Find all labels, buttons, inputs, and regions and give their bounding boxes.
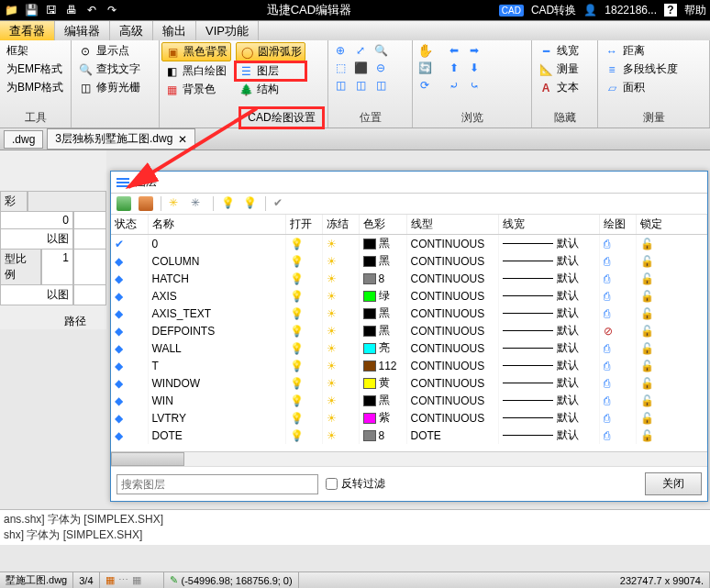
- th-linetype[interactable]: 线型: [406, 215, 498, 235]
- table-row[interactable]: ✔0💡☀黑CONTINUOUS默认⎙🔓: [111, 235, 707, 253]
- horizontal-scrollbar[interactable]: [111, 451, 707, 466]
- apply-icon[interactable]: ✔: [273, 196, 288, 211]
- color-cell[interactable]: 亮: [359, 339, 406, 357]
- th-status[interactable]: 状态: [111, 215, 148, 235]
- color-cell[interactable]: 黑: [359, 235, 406, 253]
- th-lock[interactable]: 锁定: [636, 215, 707, 235]
- tab-vip[interactable]: VIP功能: [196, 21, 259, 40]
- noprint-icon[interactable]: ⊘: [604, 325, 613, 338]
- linetype-cell[interactable]: CONTINUOUS: [406, 374, 498, 392]
- freeze-icon[interactable]: ✳: [169, 196, 183, 211]
- zoom-in-icon[interactable]: ⊕: [332, 42, 349, 59]
- nav-icon-2[interactable]: ◫: [352, 77, 369, 94]
- undo-icon[interactable]: ↶: [84, 3, 99, 17]
- lock-icon[interactable]: 🔓: [640, 290, 654, 303]
- table-row[interactable]: ◆LVTRY💡☀紫CONTINUOUS默认⎙🔓: [111, 409, 707, 427]
- help-label[interactable]: 帮助: [684, 3, 706, 18]
- save-all-icon[interactable]: 🖫: [44, 3, 59, 17]
- thaw-icon[interactable]: ✳: [191, 196, 205, 211]
- lineweight-cell[interactable]: 默认: [498, 305, 599, 322]
- linetype-cell[interactable]: DOTE: [406, 427, 498, 444]
- btn-black-bg[interactable]: ▣黑色背景: [161, 42, 231, 61]
- lineweight-cell[interactable]: 默认: [498, 235, 599, 253]
- linetype-cell[interactable]: CONTINUOUS: [406, 322, 498, 339]
- arrow-left-icon[interactable]: ⬅: [446, 42, 462, 59]
- lineweight-cell[interactable]: 默认: [498, 287, 599, 305]
- btn-show-points[interactable]: ⊙显示点: [75, 42, 155, 60]
- status-icon-2[interactable]: ⋯: [118, 574, 128, 586]
- sun-icon[interactable]: ☀: [327, 255, 337, 268]
- table-row[interactable]: ◆AXIS💡☀绿CONTINUOUS默认⎙🔓: [111, 287, 707, 305]
- panel-value-yitu1[interactable]: 以图: [0, 228, 73, 250]
- nav-icon-1[interactable]: ◫: [332, 77, 349, 94]
- linetype-cell[interactable]: CONTINUOUS: [406, 392, 498, 409]
- lineweight-cell[interactable]: 默认: [498, 409, 599, 427]
- sun-icon[interactable]: ☀: [327, 325, 337, 338]
- table-row[interactable]: ◆WINDOW💡☀黄CONTINUOUS默认⎙🔓: [111, 374, 707, 392]
- redo-icon[interactable]: ↷: [105, 3, 119, 17]
- btn-frame[interactable]: 框架: [4, 42, 67, 60]
- printer-icon[interactable]: ⎙: [604, 238, 610, 250]
- color-cell[interactable]: 黑: [359, 252, 406, 270]
- extents-icon[interactable]: ⬚: [332, 60, 349, 76]
- btn-bmp[interactable]: 为BMP格式: [4, 79, 67, 96]
- sun-icon[interactable]: ☀: [327, 238, 337, 250]
- table-row[interactable]: ◆DOTE💡☀8DOTE默认⎙🔓: [111, 427, 707, 444]
- search-layer-input[interactable]: [116, 474, 318, 494]
- bulb-icon[interactable]: 💡: [290, 238, 304, 250]
- linetype-cell[interactable]: CONTINUOUS: [406, 235, 498, 253]
- color-cell[interactable]: 黄: [359, 374, 406, 392]
- file-tab-1[interactable]: .dwg: [4, 130, 43, 149]
- lineweight-cell[interactable]: 默认: [498, 392, 599, 409]
- lineweight-cell[interactable]: 默认: [498, 322, 599, 339]
- table-row[interactable]: ◆DEFPOINTS💡☀黑CONTINUOUS默认⊘🔓: [111, 322, 707, 339]
- color-cell[interactable]: 黑: [359, 322, 406, 339]
- btn-distance[interactable]: ↔距离: [602, 42, 705, 60]
- sun-icon[interactable]: ☀: [327, 394, 337, 407]
- sun-icon[interactable]: ☀: [327, 342, 337, 355]
- arrow-down-icon[interactable]: ⬇: [466, 60, 483, 76]
- btn-area[interactable]: ▱面积: [602, 79, 705, 96]
- sun-icon[interactable]: ☀: [327, 377, 337, 390]
- color-cell[interactable]: 8: [359, 270, 406, 287]
- sun-icon[interactable]: ☀: [327, 290, 337, 303]
- bulb-icon[interactable]: 💡: [290, 272, 304, 285]
- lineweight-cell[interactable]: 默认: [498, 427, 599, 444]
- user-label[interactable]: 1822186...: [605, 4, 657, 17]
- bulb-icon[interactable]: 💡: [290, 394, 304, 407]
- zoom-reset-icon[interactable]: ⊖: [372, 60, 389, 76]
- bulb-icon[interactable]: 💡: [290, 342, 304, 355]
- bulb-on-icon[interactable]: 💡: [221, 196, 236, 211]
- arrow-right-icon[interactable]: ➡: [466, 42, 483, 59]
- th-freeze[interactable]: 冻结: [322, 215, 359, 235]
- printer-icon[interactable]: ⎙: [604, 360, 610, 372]
- scrollbar-thumb[interactable]: [111, 452, 184, 466]
- linetype-cell[interactable]: CONTINUOUS: [406, 339, 498, 357]
- linetype-cell[interactable]: CONTINUOUS: [406, 270, 498, 287]
- zoom-fit-icon[interactable]: ⤢: [352, 42, 369, 59]
- lineweight-cell[interactable]: 默认: [498, 357, 599, 374]
- linetype-cell[interactable]: CONTINUOUS: [406, 287, 498, 305]
- th-plot[interactable]: 绘图: [599, 215, 636, 235]
- th-open[interactable]: 打开: [285, 215, 322, 235]
- btn-trim-raster[interactable]: ◫修剪光栅: [75, 79, 155, 96]
- printer-icon[interactable]: ⎙: [604, 377, 610, 390]
- lineweight-cell[interactable]: 默认: [498, 252, 599, 270]
- layer-table[interactable]: 状态 名称 打开 冻结 色彩 线型 线宽 绘图 锁定 ✔0💡☀黑CONTINUO…: [111, 215, 707, 451]
- bulb-icon[interactable]: 💡: [290, 360, 304, 372]
- btn-structure[interactable]: 🌲结构: [236, 81, 305, 98]
- lock-icon[interactable]: 🔓: [640, 325, 654, 338]
- lock-icon[interactable]: 🔓: [640, 272, 654, 285]
- cad-convert-link[interactable]: CAD转换: [531, 3, 576, 18]
- btn-layers[interactable]: ☰图层: [236, 62, 305, 80]
- lock-icon[interactable]: 🔓: [640, 394, 654, 407]
- sun-icon[interactable]: ☀: [327, 307, 337, 320]
- invert-filter-checkbox[interactable]: 反转过滤: [326, 476, 385, 492]
- bulb-icon[interactable]: 💡: [290, 325, 304, 338]
- panel-value-yitu2[interactable]: 以图: [0, 284, 73, 305]
- btn-bg-color[interactable]: ▦背景色: [161, 81, 231, 98]
- bulb-icon[interactable]: 💡: [290, 412, 304, 425]
- color-cell[interactable]: 紫: [359, 409, 406, 427]
- color-cell[interactable]: 黑: [359, 305, 406, 322]
- bulb-icon[interactable]: 💡: [290, 429, 304, 442]
